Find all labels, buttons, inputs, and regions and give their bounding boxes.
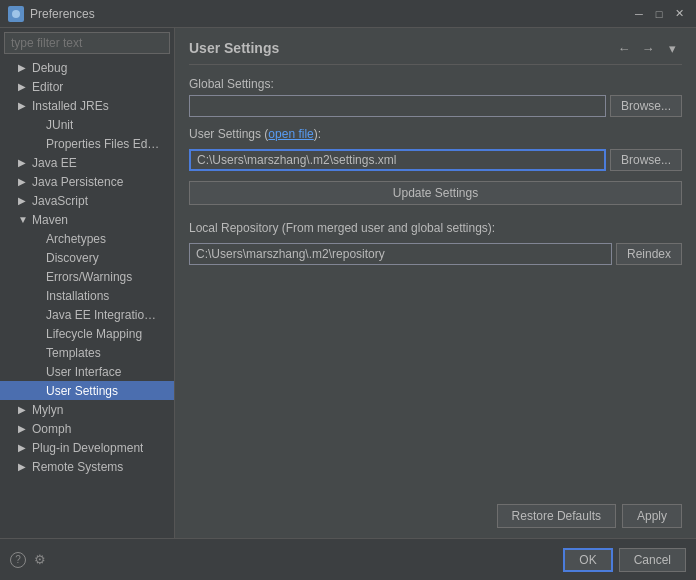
global-settings-input[interactable]: [189, 95, 606, 117]
sidebar-item-plugin-development[interactable]: ▶ Plug-in Development: [0, 438, 174, 457]
sidebar-item-templates[interactable]: Templates: [0, 343, 174, 362]
sidebar-filter-input[interactable]: [4, 32, 170, 54]
title-bar: Preferences ─ □ ✕: [0, 0, 696, 28]
sidebar-item-oomph[interactable]: ▶ Oomph: [0, 419, 174, 438]
global-settings-browse-button[interactable]: Browse...: [610, 95, 682, 117]
apply-button[interactable]: Apply: [622, 504, 682, 528]
arrow-icon: ▶: [18, 195, 32, 206]
sidebar-item-installations[interactable]: Installations: [0, 286, 174, 305]
sidebar-item-mylyn[interactable]: ▶ Mylyn: [0, 400, 174, 419]
arrow-icon: ▶: [18, 157, 32, 168]
bottom-bar: ? ⚙ OK Cancel: [0, 538, 696, 580]
arrow-icon: ▶: [18, 442, 32, 453]
nav-toolbar: ← → ▾: [614, 38, 682, 58]
preferences-icon[interactable]: ⚙: [32, 552, 48, 568]
user-settings-label: User Settings (open file):: [189, 127, 682, 141]
sidebar-item-editor[interactable]: ▶ Editor: [0, 77, 174, 96]
arrow-icon: ▼: [18, 214, 32, 225]
local-repo-label: Local Repository (From merged user and g…: [189, 221, 682, 235]
reindex-button[interactable]: Reindex: [616, 243, 682, 265]
forward-button[interactable]: →: [638, 38, 658, 58]
window-title: Preferences: [30, 7, 624, 21]
maximize-button[interactable]: □: [650, 6, 668, 22]
sidebar-item-java-ee[interactable]: ▶ Java EE: [0, 153, 174, 172]
sidebar-tree: ▶ Debug ▶ Editor ▶ Installed JREs JUnit …: [0, 58, 174, 538]
sidebar-item-discovery[interactable]: Discovery: [0, 248, 174, 267]
local-repo-row: Reindex: [189, 243, 682, 265]
arrow-icon: ▶: [18, 461, 32, 472]
panel-title: User Settings: [189, 40, 614, 56]
content-panel: User Settings ← → ▾ Global Settings: Bro…: [175, 28, 696, 538]
sidebar-item-lifecycle-mapping[interactable]: Lifecycle Mapping: [0, 324, 174, 343]
help-icon[interactable]: ?: [10, 552, 26, 568]
sidebar-item-java-ee-integration[interactable]: Java EE Integratio…: [0, 305, 174, 324]
user-settings-browse-button[interactable]: Browse...: [610, 149, 682, 171]
sidebar: ▶ Debug ▶ Editor ▶ Installed JREs JUnit …: [0, 28, 175, 538]
sidebar-item-user-settings[interactable]: User Settings: [0, 381, 174, 400]
arrow-icon: ▶: [18, 100, 32, 111]
bottom-left-controls: ? ⚙: [10, 552, 563, 568]
sidebar-item-remote-systems[interactable]: ▶ Remote Systems: [0, 457, 174, 476]
sidebar-item-errors-warnings[interactable]: Errors/Warnings: [0, 267, 174, 286]
global-settings-row: Browse...: [189, 95, 682, 117]
arrow-icon: ▶: [18, 62, 32, 73]
ok-button[interactable]: OK: [563, 548, 612, 572]
sidebar-item-junit[interactable]: JUnit: [0, 115, 174, 134]
minimize-button[interactable]: ─: [630, 6, 648, 22]
sidebar-item-javascript[interactable]: ▶ JavaScript: [0, 191, 174, 210]
update-settings-button[interactable]: Update Settings: [189, 181, 682, 205]
close-button[interactable]: ✕: [670, 6, 688, 22]
global-settings-label: Global Settings:: [189, 77, 682, 91]
arrow-icon: ▶: [18, 176, 32, 187]
user-settings-input[interactable]: [189, 149, 606, 171]
svg-point-0: [12, 10, 20, 18]
sidebar-item-maven[interactable]: ▼ Maven: [0, 210, 174, 229]
sidebar-item-archetypes[interactable]: Archetypes: [0, 229, 174, 248]
sidebar-item-java-persistence[interactable]: ▶ Java Persistence: [0, 172, 174, 191]
sidebar-item-properties[interactable]: Properties Files Ed…: [0, 134, 174, 153]
cancel-button[interactable]: Cancel: [619, 548, 686, 572]
local-repo-input[interactable]: [189, 243, 612, 265]
main-layout: ▶ Debug ▶ Editor ▶ Installed JREs JUnit …: [0, 28, 696, 538]
back-button[interactable]: ←: [614, 38, 634, 58]
user-settings-row: Browse...: [189, 149, 682, 171]
restore-defaults-button[interactable]: Restore Defaults: [497, 504, 616, 528]
sidebar-item-installed-jres[interactable]: ▶ Installed JREs: [0, 96, 174, 115]
app-icon: [8, 6, 24, 22]
sidebar-item-debug[interactable]: ▶ Debug: [0, 58, 174, 77]
open-file-link[interactable]: open file: [268, 127, 313, 141]
window-controls: ─ □ ✕: [630, 6, 688, 22]
sidebar-item-user-interface[interactable]: User Interface: [0, 362, 174, 381]
bottom-right-controls: OK Cancel: [563, 548, 686, 572]
arrow-icon: ▶: [18, 423, 32, 434]
arrow-icon: ▶: [18, 81, 32, 92]
arrow-icon: ▶: [18, 404, 32, 415]
menu-dropdown-button[interactable]: ▾: [662, 38, 682, 58]
